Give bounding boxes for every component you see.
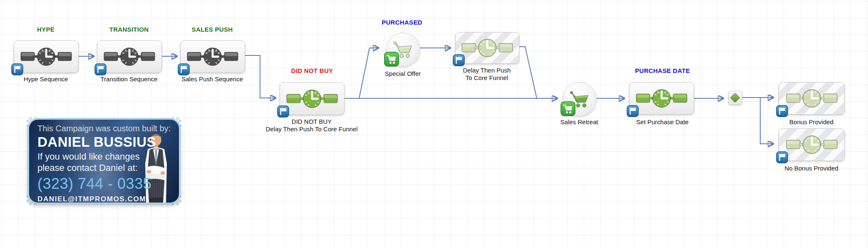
- flag-badge-icon: [776, 105, 788, 117]
- node-label-line: DID NOT BUY: [265, 118, 357, 125]
- node-sales-retreat[interactable]: [563, 82, 597, 116]
- delay-sequence-icon: [784, 85, 839, 111]
- node-hype-sequence[interactable]: [14, 40, 79, 73]
- node-label-did-not-buy: DID NOT BUY Delay Then Push To Core Funn…: [265, 118, 357, 133]
- node-label-line: Delay Then Push To Core Funnel: [265, 125, 357, 133]
- badge-phone: (323) 744 - 0335: [37, 175, 171, 193]
- node-label-no-bonus-provided: No Bonus Provided: [784, 165, 838, 172]
- badge-line2: please contact Daniel at:: [37, 162, 171, 173]
- delay-sequence-icon: [185, 44, 240, 70]
- node-delay-then-push[interactable]: [455, 32, 519, 64]
- flag-badge-icon: [94, 63, 107, 75]
- builder-credit-text: This Campaign was custom built by: DANIE…: [37, 124, 171, 203]
- delay-sequence-icon: [784, 132, 839, 158]
- node-label-transition: Transition Sequence: [100, 75, 157, 83]
- flag-badge-icon: [776, 151, 788, 163]
- badge-line1: If you would like changes: [37, 151, 171, 162]
- connector: [760, 98, 773, 144]
- connector: [359, 48, 378, 98]
- node-bonus-provided[interactable]: [779, 82, 845, 115]
- node-did-not-buy-sequence[interactable]: [280, 83, 345, 115]
- heading-purchased: PURCHASED: [382, 19, 422, 26]
- cart-badge-icon: [384, 52, 399, 67]
- node-transition-sequence[interactable]: [97, 40, 162, 73]
- diamond-icon: [730, 93, 740, 103]
- flag-badge-icon: [178, 63, 190, 75]
- delay-sequence-icon: [460, 35, 515, 61]
- heading-purchase-date: PURCHASE DATE: [635, 67, 690, 74]
- node-special-offer[interactable]: [386, 33, 420, 67]
- node-label-special-offer: Special Offer: [385, 70, 421, 78]
- delay-sequence-icon: [634, 85, 689, 111]
- node-label-line: Delay Then Push: [463, 67, 511, 74]
- node-label-sales-push: Sales Push Sequence: [181, 75, 243, 83]
- node-no-bonus-provided[interactable]: [779, 128, 845, 161]
- flag-badge-icon: [277, 105, 289, 118]
- node-label-line: To Core Funnel: [463, 74, 511, 82]
- node-decision-diamond[interactable]: [728, 91, 742, 105]
- node-set-purchase-date[interactable]: [629, 82, 694, 115]
- builder-credit-badge-wrap: This Campaign was custom built by: DANIE…: [27, 117, 181, 205]
- node-label-bonus-provided: Bonus Provided: [789, 118, 833, 126]
- cart-badge-icon: [560, 101, 575, 116]
- badge-email: DANIEL@ITMPROMOS.COM: [37, 195, 171, 203]
- heading-hype: HYPE: [37, 26, 55, 33]
- node-label-set-purchase-date: Set Purchase Date: [636, 118, 689, 126]
- heading-sales-push: SALES PUSH: [192, 26, 233, 33]
- campaign-canvas: HYPE TRANSITION SALES PUSH DID NOT BUY P…: [0, 0, 868, 248]
- builder-credit-badge[interactable]: This Campaign was custom built by: DANIE…: [28, 118, 180, 204]
- heading-transition: TRANSITION: [109, 26, 149, 33]
- node-label-sales-retreat: Sales Retreat: [560, 118, 598, 126]
- badge-name: DANIEL BUSSIUS: [37, 134, 171, 150]
- delay-sequence-icon: [19, 44, 74, 70]
- flag-badge-icon: [627, 105, 639, 117]
- node-label-delay-then-push: Delay Then Push To Core Funnel: [463, 67, 511, 82]
- node-sales-push-sequence[interactable]: [180, 40, 245, 73]
- heading-did-not-buy: DID NOT BUY: [291, 67, 333, 74]
- delay-sequence-icon: [102, 44, 157, 70]
- connector: [244, 55, 275, 98]
- badge-intro: This Campaign was custom built by:: [37, 124, 171, 133]
- flag-badge-icon: [11, 63, 23, 75]
- node-label-hype: Hype Sequence: [24, 75, 68, 83]
- connector: [518, 47, 537, 98]
- flag-badge-icon: [453, 54, 465, 66]
- delay-sequence-icon: [285, 86, 340, 112]
